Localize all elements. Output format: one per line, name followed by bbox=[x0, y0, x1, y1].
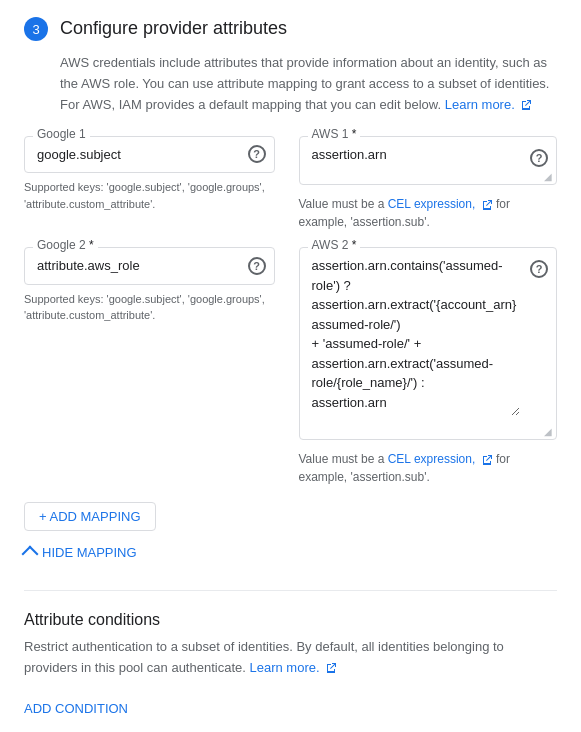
aws2-cel-note: Value must be a CEL expression, for exam… bbox=[299, 450, 558, 486]
attribute-conditions-section: Attribute conditions Restrict authentica… bbox=[24, 611, 557, 722]
aws2-field-wrapper: AWS 2 ? ◢ bbox=[299, 247, 558, 440]
aws2-group: AWS 2 ? ◢ Value must be a CEL expression… bbox=[299, 247, 558, 486]
step-badge: 3 bbox=[24, 17, 48, 41]
chevron-up-icon bbox=[22, 546, 39, 563]
aws1-external-link-icon bbox=[481, 199, 493, 211]
add-condition-button[interactable]: ADD CONDITION bbox=[24, 695, 128, 722]
learn-more-link-header[interactable]: Learn more. bbox=[445, 97, 533, 112]
mapping-grid: Google 1 ? Supported keys: 'google.subje… bbox=[24, 136, 557, 487]
external-link-icon bbox=[520, 99, 532, 111]
google2-label: Google 2 bbox=[33, 239, 98, 251]
google1-help-icon[interactable]: ? bbox=[248, 145, 266, 163]
add-mapping-button[interactable]: + ADD MAPPING bbox=[24, 502, 156, 531]
aws2-cel-link[interactable]: CEL expression, bbox=[388, 452, 496, 466]
aws2-textarea[interactable] bbox=[312, 256, 521, 416]
google2-input[interactable] bbox=[37, 256, 238, 276]
aws2-external-link-icon bbox=[481, 454, 493, 466]
section-divider bbox=[24, 590, 557, 591]
aws1-label: AWS 1 bbox=[308, 128, 361, 140]
attribute-conditions-title: Attribute conditions bbox=[24, 611, 557, 629]
aws1-cel-note: Value must be a CEL expression, for exam… bbox=[299, 195, 558, 231]
aws1-help-icon[interactable]: ? bbox=[530, 149, 548, 167]
google1-field-wrapper: Google 1 ? bbox=[24, 136, 275, 174]
google1-label: Google 1 bbox=[33, 128, 90, 140]
conditions-external-link-icon bbox=[325, 662, 337, 674]
google2-group: Google 2 ? Supported keys: 'google.subje… bbox=[24, 247, 283, 486]
step-title: Configure provider attributes bbox=[60, 16, 287, 41]
aws2-resize-handle: ◢ bbox=[544, 427, 554, 437]
aws1-input[interactable] bbox=[312, 145, 521, 165]
google1-group: Google 1 ? Supported keys: 'google.subje… bbox=[24, 136, 283, 232]
step-header: 3 Configure provider attributes bbox=[24, 16, 557, 41]
step-description: AWS credentials include attributes that … bbox=[24, 53, 557, 115]
aws1-group: AWS 1 ? ◢ Value must be a CEL expression… bbox=[299, 136, 558, 232]
aws1-resize-handle: ◢ bbox=[544, 172, 554, 182]
hide-mapping-button[interactable]: HIDE MAPPING bbox=[24, 539, 137, 566]
attribute-conditions-description: Restrict authentication to a subset of i… bbox=[24, 637, 557, 679]
aws2-label: AWS 2 bbox=[308, 239, 361, 251]
aws2-help-icon[interactable]: ? bbox=[530, 260, 548, 278]
google2-help-icon[interactable]: ? bbox=[248, 257, 266, 275]
aws1-cel-link[interactable]: CEL expression, bbox=[388, 197, 496, 211]
action-row: + ADD MAPPING HIDE MAPPING bbox=[24, 502, 557, 566]
google1-input[interactable] bbox=[37, 145, 238, 165]
learn-more-link-conditions[interactable]: Learn more. bbox=[249, 660, 337, 675]
aws1-field-wrapper: AWS 1 ? ◢ bbox=[299, 136, 558, 186]
google2-field-wrapper: Google 2 ? bbox=[24, 247, 275, 285]
google2-supported-keys: Supported keys: 'google.subject', 'googl… bbox=[24, 291, 275, 324]
google1-supported-keys: Supported keys: 'google.subject', 'googl… bbox=[24, 179, 275, 212]
